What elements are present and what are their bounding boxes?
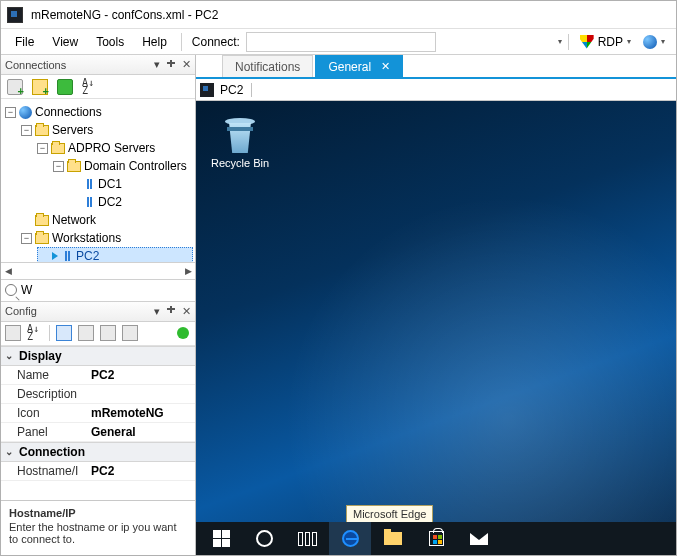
tree-label: DC2 [98,195,122,209]
prop-value[interactable]: General [91,425,195,439]
cfg-view3-icon[interactable] [100,325,116,341]
cfg-view1-icon[interactable] [56,325,72,341]
tree-dc1[interactable]: DC1 [69,175,193,193]
config-toolbar: A↓Z [1,322,195,346]
panel-menu-caret[interactable]: ▾ [154,58,160,71]
menu-help[interactable]: Help [134,32,175,52]
tree-root[interactable]: − Connections [5,103,193,121]
cfg-sort-icon[interactable]: A↓Z [27,325,43,341]
group-display[interactable]: ⌄ Display [1,346,195,366]
group-connection[interactable]: ⌄ Connection [1,442,195,462]
prop-label: Name [1,368,91,382]
tree-pc2[interactable]: PC2 [37,247,193,262]
globe-dropdown[interactable]: ▾ [638,32,670,52]
panel-menu-caret[interactable]: ▾ [154,305,160,318]
prop-description[interactable]: Description [1,385,195,404]
hscroll[interactable]: ◀ ▶ [1,262,195,280]
menu-separator [181,33,182,51]
tab-general[interactable]: General ✕ [315,55,403,77]
recycle-bin[interactable]: Recycle Bin [210,115,270,169]
new-connection-icon[interactable] [7,79,23,95]
recycle-bin-icon [223,115,257,153]
new-folder-icon[interactable] [32,79,48,95]
prop-value[interactable]: PC2 [91,368,195,382]
chevron-down-icon: ▾ [661,37,665,46]
globe-icon [643,35,657,49]
tree-root-label: Connections [35,105,102,119]
pin-icon[interactable] [166,306,176,316]
tree-servers[interactable]: − Servers [21,121,193,139]
taskview-button[interactable] [286,522,328,555]
cfg-view2-icon[interactable] [78,325,94,341]
group-connection-label: Connection [19,445,85,459]
folder-icon [384,532,402,545]
tree-dc2[interactable]: DC2 [69,193,193,211]
connection-icon [83,178,95,190]
cfg-categorized-icon[interactable] [5,325,21,341]
connections-panel-header: Connections ▾ ✕ [1,55,195,75]
session-title[interactable]: PC2 [220,83,252,97]
expander-icon[interactable]: − [21,125,32,136]
expander-icon[interactable]: − [37,143,48,154]
expander-icon[interactable]: − [53,161,64,172]
start-button[interactable] [200,522,242,555]
pin-icon[interactable] [166,60,176,70]
folder-icon [51,143,65,154]
prop-label: Icon [1,406,91,420]
edge-icon [342,530,359,547]
taskbar-store[interactable] [415,522,457,555]
prop-value[interactable]: PC2 [91,464,195,478]
help-body: Enter the hostname or ip you want to con… [9,521,187,545]
tree-workstations[interactable]: − Workstations [21,229,193,247]
shield-icon [580,35,594,49]
play-icon [52,252,58,260]
prop-panel[interactable]: Panel General [1,423,195,442]
taskbar-explorer[interactable] [372,522,414,555]
menu-file[interactable]: File [7,32,42,52]
tree-dcs[interactable]: − Domain Controllers [53,157,193,175]
expander-icon[interactable]: − [21,233,32,244]
menu-view[interactable]: View [44,32,86,52]
remote-desktop-view[interactable]: Recycle Bin Microsoft Edge [196,101,676,555]
taskbar-edge[interactable] [329,522,371,555]
tree-adpro[interactable]: − ADPRO Servers [37,139,193,157]
tree-search [1,280,195,302]
connect-combo[interactable] [246,32,436,52]
doc-tabs: Notifications General ✕ [196,55,676,79]
protocol-dropdown[interactable]: RDP ▾ [575,32,636,52]
windows-logo-icon [213,530,230,547]
prop-hostname[interactable]: Hostname/I PC2 [1,462,195,481]
close-icon[interactable]: ✕ [381,60,390,73]
search-input[interactable] [21,283,191,297]
tab-notifications[interactable]: Notifications [222,55,313,77]
tab-label: Notifications [235,60,300,74]
expander-icon[interactable]: − [5,107,16,118]
mail-icon [470,533,488,545]
cfg-view4-icon[interactable] [122,325,138,341]
folder-icon [35,233,49,244]
scroll-right-icon[interactable]: ▶ [181,266,195,276]
globe-icon [19,106,32,119]
app-icon [7,7,23,23]
close-icon[interactable]: ✕ [182,59,191,70]
menu-tools[interactable]: Tools [88,32,132,52]
taskbar-tooltip: Microsoft Edge [346,505,433,523]
quick-connect-caret[interactable]: ▾ [558,37,562,46]
prop-label: Hostname/I [1,464,91,478]
connect-icon[interactable] [57,79,73,95]
taskbar-mail[interactable] [458,522,500,555]
cortana-button[interactable] [243,522,285,555]
sort-icon[interactable]: A↓Z [82,79,98,95]
chevron-down-icon: ▾ [627,37,631,46]
prop-label: Panel [1,425,91,439]
close-icon[interactable]: ✕ [182,306,191,317]
prop-name[interactable]: Name PC2 [1,366,195,385]
connections-tree[interactable]: − Connections − Servers [1,99,195,262]
prop-icon[interactable]: Icon mRemoteNG [1,404,195,423]
config-grid: ⌄ Display Name PC2 Description Icon mRem… [1,346,195,501]
prop-value[interactable]: mRemoteNG [91,406,195,420]
scroll-left-icon[interactable]: ◀ [1,266,15,276]
tree-label: Servers [52,123,93,137]
tree-label: Network [52,213,96,227]
tree-network[interactable]: Network [21,211,193,229]
